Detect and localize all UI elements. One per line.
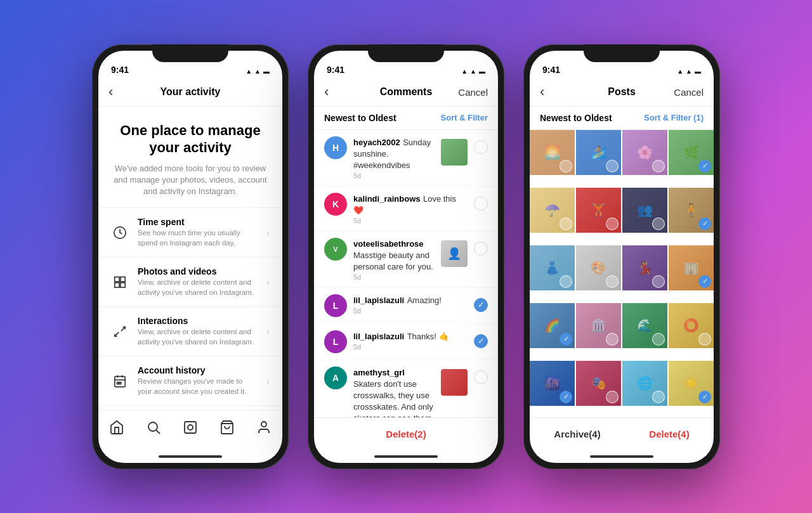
comment-avatar-3: L — [324, 294, 347, 317]
grid-cell-4[interactable]: 🌿 ✓ — [669, 130, 714, 175]
grid-cell-14[interactable]: 🏛️ — [576, 303, 621, 348]
grid-cell-17[interactable]: 🌆 ✓ — [530, 361, 575, 406]
comment-time-3: 5d — [353, 307, 468, 315]
nav-shop[interactable] — [219, 420, 235, 435]
grid-check-20[interactable]: ✓ — [698, 391, 711, 403]
sort-filter-2[interactable]: Sort & Filter — [441, 113, 488, 122]
photos-icon — [111, 273, 129, 291]
back-button-1[interactable]: ‹ — [108, 85, 113, 99]
comment-item-5[interactable]: A amethyst_grl Skaters don't use crosswa… — [314, 360, 498, 417]
svg-rect-17 — [185, 422, 196, 433]
grid-check-8[interactable]: ✓ — [698, 218, 711, 230]
nav-reels[interactable] — [183, 420, 198, 435]
grid-cell-8[interactable]: 🧍 ✓ — [669, 188, 714, 233]
grid-check-19[interactable] — [652, 391, 665, 403]
home-indicator-2 — [314, 450, 498, 463]
sort-label-2: Newest to Oldest — [324, 113, 396, 123]
grid-check-9[interactable] — [560, 275, 572, 288]
comment-user-0: heyach2002 — [353, 138, 400, 147]
comment-item-0[interactable]: H heyach2002 Sunday sunshine. #weekendvi… — [314, 130, 498, 186]
comment-check-0[interactable] — [474, 140, 488, 154]
nav-home[interactable] — [109, 420, 124, 435]
menu-item-photos-videos[interactable]: Photos and videos View, archive or delet… — [98, 257, 282, 306]
grid-cell-2[interactable]: 🏄 — [576, 130, 621, 175]
phone-1: 9:41 ▲ ▲ ▬ ‹ Your activity One place to … — [92, 44, 289, 469]
grid-cell-5[interactable]: ☂️ — [530, 188, 575, 233]
interactions-icon — [111, 323, 129, 341]
grid-cell-3[interactable]: 🌸 — [622, 130, 667, 175]
nav-bar-3: ‹ Posts Cancel — [530, 79, 714, 107]
grid-check-4[interactable]: ✓ — [698, 160, 711, 172]
grid-cell-11[interactable]: 💃 — [622, 245, 667, 290]
grid-cell-20[interactable]: ☀️ ✓ — [669, 361, 714, 406]
comment-item-3[interactable]: L lil_lapislazuli Amazing! 5d ✓ — [314, 288, 498, 324]
comment-check-1[interactable] — [474, 197, 488, 211]
grid-cell-19[interactable]: 🌐 — [622, 361, 667, 406]
menu-item-account-history[interactable]: Account history Review changes you've ma… — [98, 356, 282, 405]
svg-rect-3 — [115, 283, 119, 287]
comment-avatar-1: K — [324, 193, 347, 216]
comment-item-4[interactable]: L lil_lapislazuli Thanks! 🤙 5d ✓ — [314, 324, 498, 360]
nav-search[interactable] — [146, 420, 161, 435]
activity-subtitle: We've added more tools for you to review… — [111, 163, 270, 198]
chevron-icon: › — [266, 228, 270, 238]
grid-check-14[interactable] — [606, 333, 619, 346]
comment-check-3[interactable]: ✓ — [474, 298, 488, 312]
delete-button-3[interactable]: Delete(4) — [649, 429, 689, 439]
archive-button[interactable]: Archive(4) — [554, 429, 600, 439]
comment-thumb-2: 👤 — [441, 240, 468, 267]
grid-check-2[interactable] — [606, 160, 619, 172]
grid-cell-13[interactable]: 🌈 ✓ — [530, 303, 575, 348]
screen-1: 9:41 ▲ ▲ ▬ ‹ Your activity One place to … — [98, 51, 282, 463]
archive-delete-bar: Archive(4) Delete(4) — [530, 417, 714, 450]
grid-check-6[interactable] — [606, 218, 619, 230]
grid-cell-7[interactable]: 👥 — [622, 188, 667, 233]
menu-item-time-spent[interactable]: Time spent See how much time you usually… — [98, 207, 282, 257]
grid-cell-10[interactable]: 🎨 — [576, 245, 621, 290]
back-button-3[interactable]: ‹ — [540, 85, 544, 99]
comment-check-4[interactable]: ✓ — [474, 334, 488, 348]
grid-check-5[interactable] — [560, 218, 572, 230]
grid-check-18[interactable] — [606, 391, 619, 403]
back-button-2[interactable]: ‹ — [324, 85, 329, 99]
cancel-button-3[interactable]: Cancel — [674, 87, 704, 98]
grid-check-1[interactable] — [560, 160, 572, 172]
menu-item-interactions[interactable]: Interactions View, archive or delete con… — [98, 306, 282, 356]
cancel-button-2[interactable]: Cancel — [458, 87, 488, 98]
grid-cell-16[interactable]: ⭕ — [669, 303, 714, 348]
menu-text-time: Time spent See how much time you usually… — [138, 217, 258, 248]
comment-time-4: 5d — [353, 343, 468, 351]
grid-cell-9[interactable]: 👗 — [530, 245, 575, 290]
posts-grid-container: 🌅 🏄 🌸 🌿 ✓ ☂️ — [530, 130, 714, 417]
comment-item-2[interactable]: V voteelisabethrose Masstige beauty and … — [314, 231, 498, 288]
sort-filter-3[interactable]: Sort & Filter (1) — [644, 113, 704, 122]
grid-cell-12[interactable]: 🏢 ✓ — [669, 245, 714, 290]
grid-check-13[interactable]: ✓ — [560, 333, 572, 346]
grid-check-12[interactable]: ✓ — [698, 275, 711, 288]
grid-check-7[interactable] — [652, 218, 665, 230]
grid-cell-1[interactable]: 🌅 — [530, 130, 575, 175]
delete-button-2[interactable]: Delete(2) — [386, 429, 426, 439]
wifi-icon-3: ▲ — [686, 68, 692, 75]
comment-user-2: voteelisabethrose — [353, 239, 424, 249]
nav-bar-1: ‹ Your activity — [98, 79, 282, 107]
comment-item-1[interactable]: K kalindi_rainbows Love this ❤️ 5d — [314, 186, 498, 231]
grid-check-16[interactable] — [698, 333, 711, 346]
grid-cell-6[interactable]: 🏋️ — [576, 188, 621, 233]
battery-icon: ▬ — [263, 68, 270, 75]
grid-check-15[interactable] — [652, 333, 665, 346]
chevron-icon-4: › — [266, 376, 270, 386]
home-indicator-3 — [530, 450, 714, 463]
grid-cell-18[interactable]: 🎭 — [576, 361, 621, 406]
nav-profile[interactable] — [256, 420, 272, 435]
comment-check-5[interactable] — [474, 370, 488, 384]
grid-check-17[interactable]: ✓ — [560, 391, 572, 403]
grid-check-10[interactable] — [606, 275, 619, 288]
comment-check-2[interactable] — [474, 242, 488, 256]
grid-check-11[interactable] — [652, 275, 665, 288]
grid-cell-15[interactable]: 🌊 — [622, 303, 667, 348]
svg-rect-2 — [121, 276, 125, 281]
svg-rect-1 — [115, 276, 119, 281]
grid-check-3[interactable] — [652, 160, 665, 172]
home-indicator-1 — [98, 450, 282, 463]
